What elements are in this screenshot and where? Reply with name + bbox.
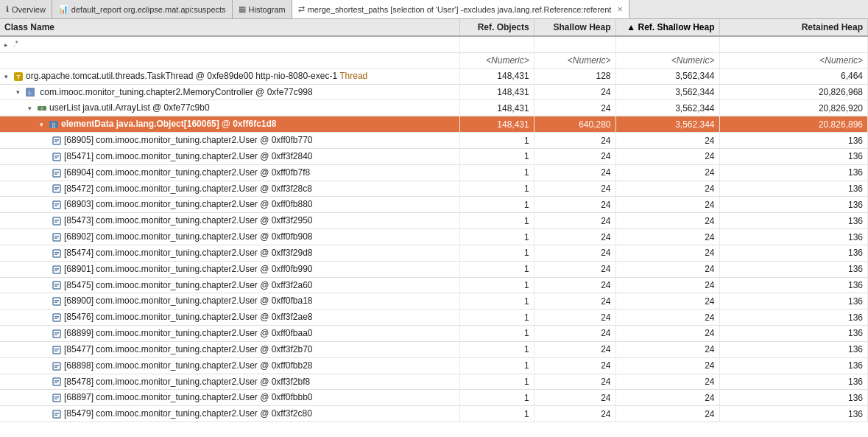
svg-rect-17	[53, 185, 60, 192]
expand-arrow[interactable]: ▸	[4, 41, 12, 49]
svg-rect-26	[53, 234, 60, 241]
col-header-refshallow[interactable]: ▲ Ref. Shallow Heap	[615, 19, 719, 36]
tab-default-report[interactable]: 📊 default_report org.eclipse.mat.api:sus…	[52, 0, 233, 18]
svg-rect-29	[53, 250, 60, 257]
cell-retained: 136	[719, 293, 867, 310]
table-row[interactable]: [85475] com.imooc.monitor_tuning.chapter…	[0, 277, 868, 293]
cell-name-text: [85478] com.imooc.monitor_tuning.chapter…	[64, 377, 310, 387]
cell-refobj: 148,431	[460, 84, 534, 100]
expand-arrow[interactable]: ▾	[40, 121, 47, 128]
table-row[interactable]: [85476] com.imooc.monitor_tuning.chapter…	[0, 310, 868, 326]
cell-shallow: 24	[534, 213, 615, 229]
table-row[interactable]: ▾[]elementData java.lang.Object[160065] …	[0, 116, 868, 133]
table-row[interactable]: [68901] com.imooc.monitor_tuning.chapter…	[0, 261, 868, 277]
col-header-shallow[interactable]: Shallow Heap	[534, 19, 615, 36]
cell-classname: [85478] com.imooc.monitor_tuning.chapter…	[0, 374, 460, 390]
overview-icon: ℹ	[6, 4, 9, 14]
table-row[interactable]: <Numeric><Numeric><Numeric><Numeric>	[0, 52, 868, 68]
svg-rect-52	[54, 366, 57, 368]
cell-name-text: [85473] com.imooc.monitor_tuning.chapter…	[64, 215, 312, 226]
cell-classname	[0, 52, 460, 68]
table-row[interactable]: [68902] com.imooc.monitor_tuning.chapter…	[0, 229, 868, 245]
cell-name-text: [68901] com.imooc.monitor_tuning.chapter…	[64, 264, 312, 274]
cell-name-text: [68903] com.imooc.monitor_tuning.chapter…	[64, 199, 312, 209]
svg-rect-25	[54, 222, 57, 223]
table-row[interactable]: [68898] com.imooc.monitor_tuning.chapter…	[0, 357, 868, 374]
table-header-row: Class Name Ref. Objects Shallow Heap ▲ R…	[0, 19, 868, 36]
tab-histogram[interactable]: ▦ Histogram	[233, 0, 292, 18]
tab-overview-label: Overview	[12, 5, 46, 14]
svg-rect-34	[54, 270, 57, 271]
cell-shallow: 24	[534, 310, 615, 326]
table-row[interactable]: [68903] com.imooc.monitor_tuning.chapter…	[0, 197, 868, 213]
table-row[interactable]: [68899] com.imooc.monitor_tuning.chapter…	[0, 326, 868, 342]
expand-arrow[interactable]: ▾	[28, 105, 35, 112]
cell-retained: 20,826,920	[719, 100, 867, 116]
cell-name-text: [68900] com.imooc.monitor_tuning.chapter…	[64, 296, 312, 306]
table-row[interactable]: ▸.*	[0, 36, 868, 52]
svg-rect-58	[54, 399, 57, 400]
svg-rect-41	[53, 314, 60, 321]
cell-retained: 136	[719, 310, 867, 326]
col-header-retained[interactable]: Retained Heap	[719, 19, 867, 36]
cell-shallow: 24	[534, 293, 615, 310]
table-row[interactable]: [68905] com.imooc.monitor_tuning.chapter…	[0, 133, 868, 149]
table-container[interactable]: Class Name Ref. Objects Shallow Heap ▲ R…	[0, 19, 868, 437]
col-header-refobj[interactable]: Ref. Objects	[460, 19, 534, 36]
cell-refobj: 1	[460, 261, 534, 277]
tab-overview[interactable]: ℹ Overview	[0, 0, 52, 18]
cell-classname: [85476] com.imooc.monitor_tuning.chapter…	[0, 310, 460, 326]
cell-shallow: 24	[534, 406, 615, 422]
obj-icon	[52, 361, 62, 371]
cell-retained: 136	[719, 341, 867, 357]
table-row[interactable]: [68904] com.imooc.monitor_tuning.chapter…	[0, 164, 868, 181]
table-row[interactable]: ▾L com.imooc.monitor_tuning.chapter2.Mem…	[0, 84, 868, 100]
table-row[interactable]: [85471] com.imooc.monitor_tuning.chapter…	[0, 148, 868, 164]
table-row[interactable]: [85477] com.imooc.monitor_tuning.chapter…	[0, 341, 868, 357]
svg-rect-44	[53, 330, 60, 338]
cell-shallow: 24	[534, 277, 615, 293]
cell-refshallow: 24	[615, 245, 719, 261]
table-row[interactable]: [85479] com.imooc.monitor_tuning.chapter…	[0, 406, 868, 422]
cell-refshallow: 24	[615, 293, 719, 310]
svg-rect-8	[53, 137, 60, 144]
cell-retained: 136	[719, 406, 867, 422]
table-row[interactable]: [85478] com.imooc.monitor_tuning.chapter…	[0, 374, 868, 390]
table-row[interactable]: [85474] com.imooc.monitor_tuning.chapter…	[0, 245, 868, 261]
cell-retained: 6,464	[719, 68, 867, 84]
cell-retained: 136	[719, 390, 867, 406]
cell-refobj: 148,431	[460, 116, 534, 133]
expand-arrow[interactable]: ▾	[4, 73, 12, 80]
merge-icon: ⇄	[298, 4, 305, 14]
expand-arrow[interactable]: ▾	[16, 88, 24, 96]
cell-retained: 20,826,968	[719, 84, 867, 100]
cell-refshallow: 24	[615, 341, 719, 357]
table-row[interactable]: [85472] com.imooc.monitor_tuning.chapter…	[0, 181, 868, 197]
cell-shallow: 24	[534, 374, 615, 390]
cell-name-text: [68899] com.imooc.monitor_tuning.chapter…	[64, 328, 312, 338]
cell-classname: [68901] com.imooc.monitor_tuning.chapter…	[0, 261, 460, 277]
cell-shallow: 24	[534, 100, 615, 116]
svg-rect-40	[54, 302, 57, 304]
col-header-classname[interactable]: Class Name	[0, 19, 460, 36]
obj-icon	[52, 312, 62, 323]
table-row[interactable]: [68900] com.imooc.monitor_tuning.chapter…	[0, 293, 868, 310]
table-row[interactable]: ▾Torg.apache.tomcat.util.threads.TaskThr…	[0, 68, 868, 84]
obj-icon	[52, 216, 62, 226]
cell-refshallow: 24	[615, 310, 719, 326]
cell-refshallow: 3,562,344	[615, 84, 719, 100]
tab-close-icon[interactable]: ✕	[617, 5, 623, 13]
table-row[interactable]: [68897] com.imooc.monitor_tuning.chapter…	[0, 390, 868, 406]
svg-text:f: f	[41, 106, 43, 111]
svg-rect-60	[54, 413, 59, 414]
obj-icon	[52, 329, 62, 339]
cell-retained: 136	[719, 374, 867, 390]
cell-shallow: 24	[534, 245, 615, 261]
svg-rect-50	[53, 363, 60, 370]
svg-rect-16	[54, 173, 57, 175]
table-row[interactable]: [85473] com.imooc.monitor_tuning.chapter…	[0, 213, 868, 229]
table-row[interactable]: ▾fuserList java.util.ArrayList @ 0xfe77c…	[0, 100, 868, 116]
tab-merge-shortest[interactable]: ⇄ merge_shortest_paths [selection of 'Us…	[292, 0, 630, 19]
svg-rect-30	[54, 252, 59, 254]
cell-shallow: 24	[534, 148, 615, 164]
